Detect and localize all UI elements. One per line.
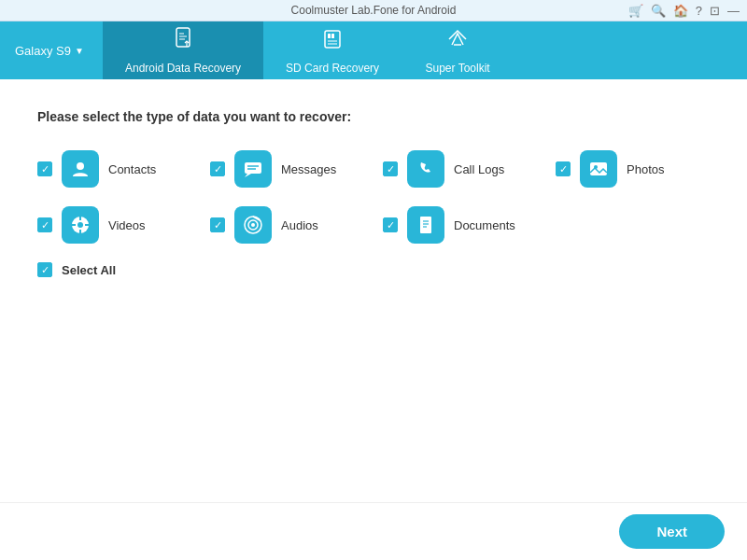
sd-card-icon (319, 26, 345, 58)
svg-rect-19 (72, 224, 76, 226)
window-icon[interactable]: ⊡ (710, 4, 720, 18)
android-data-recovery-icon (170, 26, 196, 58)
tab-super-toolkit[interactable]: Super Toolkit (402, 21, 514, 79)
documents-checkbox[interactable] (383, 217, 398, 232)
home-icon[interactable]: 🏠 (673, 4, 688, 18)
svg-rect-18 (79, 230, 81, 233)
data-row-2: Videos Audios (37, 206, 710, 244)
videos-icon-box (62, 206, 99, 244)
svg-point-8 (77, 162, 84, 170)
svg-rect-2 (325, 31, 340, 48)
search-icon[interactable]: 🔍 (651, 4, 666, 18)
audios-icon-box (234, 206, 272, 244)
select-all-row[interactable]: Select All (37, 262, 710, 277)
messages-label: Messages (281, 162, 336, 176)
contacts-label: Contacts (108, 162, 156, 176)
bottom-bar: Next (0, 502, 747, 560)
svg-rect-20 (85, 224, 89, 226)
device-name: Galaxy S9 (15, 44, 71, 58)
documents-icon-box (407, 206, 444, 244)
app-title: Coolmuster Lab.Fone for Android (291, 4, 457, 17)
title-bar: Coolmuster Lab.Fone for Android 🛒 🔍 🏠 ? … (0, 0, 747, 21)
cart-icon[interactable]: 🛒 (628, 4, 643, 18)
contacts-checkbox[interactable] (37, 161, 52, 176)
nav-bar: Galaxy S9 ▼ Android Data Recovery (0, 21, 747, 79)
data-item-messages[interactable]: Messages (210, 150, 383, 188)
svg-rect-0 (176, 28, 190, 47)
messages-icon-box (234, 150, 272, 188)
next-button[interactable]: Next (619, 514, 725, 549)
messages-checkbox[interactable] (210, 161, 225, 176)
data-item-videos[interactable]: Videos (37, 206, 210, 244)
select-all-label: Select All (62, 263, 116, 277)
help-icon[interactable]: ? (696, 4, 702, 18)
svg-point-23 (251, 223, 255, 227)
svg-rect-25 (420, 217, 431, 233)
videos-checkbox[interactable] (37, 217, 52, 232)
videos-label: Videos (108, 218, 146, 232)
data-row-1: Contacts Messages (37, 150, 710, 188)
call-logs-icon-box (407, 150, 444, 188)
call-logs-checkbox[interactable] (383, 161, 398, 176)
tab-super-toolkit-label: Super Toolkit (426, 62, 490, 75)
photos-label: Photos (627, 162, 664, 176)
chevron-down-icon: ▼ (75, 46, 84, 56)
audios-label: Audios (281, 218, 318, 232)
main-content: Please select the type of data you want … (0, 79, 747, 502)
tab-sd-card-recovery[interactable]: SD Card Recovery (263, 21, 402, 79)
device-label[interactable]: Galaxy S9 ▼ (0, 21, 103, 79)
window-controls: 🛒 🔍 🏠 ? ⊡ — (628, 4, 740, 18)
photos-icon-box (580, 150, 617, 188)
svg-rect-3 (328, 34, 331, 38)
super-toolkit-icon (444, 26, 471, 58)
call-logs-label: Call Logs (454, 162, 504, 176)
svg-rect-9 (245, 162, 261, 174)
contacts-icon-box (62, 150, 99, 188)
svg-marker-10 (245, 174, 251, 177)
nav-tabs: Android Data Recovery SD Card Recovery (103, 21, 514, 79)
svg-point-16 (78, 222, 83, 228)
svg-rect-13 (590, 162, 607, 175)
tab-sd-card-recovery-label: SD Card Recovery (286, 62, 379, 75)
data-item-audios[interactable]: Audios (210, 206, 383, 244)
audios-checkbox[interactable] (210, 217, 225, 232)
tab-android-data-recovery[interactable]: Android Data Recovery (103, 21, 263, 79)
select-all-checkbox[interactable] (37, 262, 52, 277)
minimize-icon[interactable]: — (727, 4, 740, 18)
data-item-documents[interactable]: Documents (383, 206, 556, 244)
section-title: Please select the type of data you want … (37, 109, 710, 124)
svg-rect-17 (79, 217, 81, 220)
data-item-contacts[interactable]: Contacts (37, 150, 210, 188)
svg-rect-4 (331, 34, 334, 38)
documents-label: Documents (454, 218, 515, 232)
data-item-photos[interactable]: Photos (556, 150, 728, 188)
data-types-grid: Contacts Messages (37, 150, 710, 244)
data-item-call-logs[interactable]: Call Logs (383, 150, 556, 188)
tab-android-data-recovery-label: Android Data Recovery (125, 62, 241, 75)
photos-checkbox[interactable] (556, 161, 571, 176)
